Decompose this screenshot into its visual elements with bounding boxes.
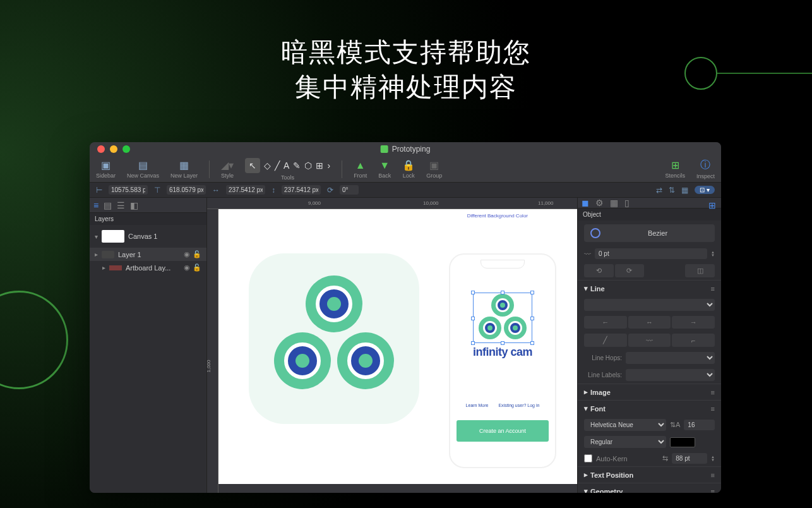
text-position-section[interactable]: ▸ Text Position ≡ bbox=[578, 466, 721, 483]
new-layer-button[interactable]: ▦ New Layer bbox=[170, 159, 198, 179]
guides-tab[interactable]: ☰ bbox=[117, 200, 125, 210]
marketing-headline: 暗黑模式支持帮助您 集中精神处理内容 bbox=[281, 35, 531, 104]
h-input[interactable] bbox=[282, 185, 321, 195]
lock-icon[interactable]: 🔓 bbox=[193, 250, 201, 258]
flip-v-icon[interactable]: ⇅ bbox=[669, 186, 675, 195]
login-link[interactable]: Existing user? Log in bbox=[498, 403, 539, 408]
line-labels-select[interactable] bbox=[626, 369, 715, 381]
maximize-button[interactable] bbox=[122, 145, 130, 153]
font-size-icon: ⇅A bbox=[670, 421, 680, 429]
rotation-input[interactable] bbox=[340, 185, 359, 195]
close-button[interactable] bbox=[97, 145, 105, 153]
phone-links: Learn More Existing user? Log in bbox=[457, 403, 549, 408]
more-tools[interactable]: › bbox=[327, 160, 330, 171]
chevron-right-icon: ▸ bbox=[584, 388, 588, 396]
new-canvas-button[interactable]: ▤ New Canvas bbox=[127, 159, 159, 179]
zoom-fit-button[interactable]: ⊡ ▾ bbox=[695, 186, 715, 194]
layer-label: Layer 1 bbox=[118, 251, 141, 258]
disclosure-icon[interactable]: ▸ bbox=[102, 264, 105, 271]
selection-tab[interactable]: ◧ bbox=[130, 200, 138, 210]
style-button[interactable]: ◢▾ Style bbox=[221, 159, 234, 179]
sidebar-toggle[interactable]: ▣ Sidebar bbox=[96, 159, 116, 179]
stencils-button[interactable]: ⊞ Stencils bbox=[665, 159, 685, 179]
inspector-tabs: ◼ ⚙ ▦ ▯ ⊞ bbox=[578, 198, 721, 209]
outline-tab[interactable]: ▤ bbox=[104, 200, 112, 210]
create-account-button[interactable]: Create an Account bbox=[457, 420, 549, 442]
layer-item[interactable]: ▸ Layer 1 ◉ 🔓 bbox=[90, 248, 206, 261]
phone-mockup[interactable]: infinity cam Learn More Existing user? L… bbox=[449, 253, 556, 468]
phone-logo[interactable] bbox=[474, 294, 531, 342]
w-input[interactable] bbox=[226, 185, 265, 195]
menu-icon[interactable]: ≡ bbox=[711, 389, 715, 396]
stepper[interactable]: ▲▼ bbox=[711, 456, 715, 462]
line-curve[interactable]: 〰 bbox=[628, 334, 671, 347]
font-family-select[interactable]: Helvetica Neue bbox=[584, 419, 666, 431]
point-tool[interactable]: ⬡ bbox=[304, 160, 312, 171]
font-weight-select[interactable]: Regular bbox=[584, 436, 666, 448]
layers-tab[interactable]: ≡ bbox=[93, 200, 99, 210]
font-color-swatch[interactable] bbox=[670, 437, 695, 447]
canvas-tab[interactable]: ▦ bbox=[610, 198, 618, 208]
line-style-select[interactable] bbox=[584, 299, 715, 311]
flip-v-button[interactable]: ⟳ bbox=[615, 264, 645, 277]
stepper[interactable]: ▲▼ bbox=[711, 251, 715, 257]
flip-h-icon[interactable]: ⇄ bbox=[656, 186, 662, 195]
artboard-item[interactable]: ▸ Artboard Lay... ◉ 🔓 bbox=[90, 261, 206, 274]
canvas-item[interactable]: ▾ Canvas 1 bbox=[90, 225, 206, 248]
x-input[interactable] bbox=[109, 185, 148, 195]
menu-icon[interactable]: ≡ bbox=[711, 405, 715, 413]
arrow-mid-button[interactable]: ↔ bbox=[628, 316, 671, 329]
minimize-button[interactable] bbox=[110, 145, 117, 153]
font-size-input[interactable] bbox=[684, 420, 715, 430]
w-icon: ↔ bbox=[212, 186, 220, 195]
menu-icon[interactable]: ≡ bbox=[711, 488, 715, 493]
disclosure-icon[interactable]: ▾ bbox=[95, 233, 98, 240]
line-ortho[interactable]: ⌐ bbox=[672, 334, 715, 347]
arrow-start-button[interactable]: ← bbox=[584, 316, 627, 329]
y-input[interactable] bbox=[167, 185, 206, 195]
selection-tool[interactable]: ↖ bbox=[245, 158, 260, 173]
back-button[interactable]: ▼ Back bbox=[378, 160, 391, 179]
group-button[interactable]: ▣ Group bbox=[426, 159, 442, 179]
disclosure-icon[interactable]: ▸ bbox=[95, 251, 98, 258]
crop-tool[interactable]: ⊞ bbox=[316, 160, 323, 171]
path-op-button[interactable]: ◫ bbox=[685, 264, 715, 277]
line-hops-select[interactable] bbox=[626, 352, 715, 364]
object-tab[interactable]: ◼ bbox=[582, 198, 589, 208]
autokern-checkbox[interactable] bbox=[584, 454, 592, 463]
titlebar: Prototyping bbox=[90, 142, 721, 156]
flip-h-button[interactable]: ⟲ bbox=[584, 264, 614, 277]
font-section[interactable]: ▾ Font ≡ bbox=[578, 400, 721, 416]
visibility-icon[interactable]: ◉ bbox=[184, 250, 190, 258]
line-tool[interactable]: ╱ bbox=[275, 160, 280, 171]
document-tab[interactable]: ▯ bbox=[624, 198, 630, 208]
image-section[interactable]: ▸ Image ≡ bbox=[578, 384, 721, 400]
app-icon-artboard[interactable] bbox=[249, 253, 419, 424]
grid-toggle[interactable]: ⊞ bbox=[708, 200, 716, 210]
geometry-section[interactable]: ▾ Geometry ≡ bbox=[578, 483, 721, 493]
visibility-icon[interactable]: ◉ bbox=[184, 263, 190, 272]
properties-tab[interactable]: ⚙ bbox=[595, 198, 604, 208]
canvas-area[interactable]: 9,000 10,000 11,000 1,000 Different Back… bbox=[207, 198, 577, 493]
inspect-button[interactable]: ⓘ Inspect bbox=[696, 159, 715, 179]
group-icon: ▣ bbox=[429, 159, 439, 171]
pen-tool[interactable]: ✎ bbox=[293, 160, 301, 171]
front-button[interactable]: ▲ Front bbox=[354, 160, 367, 179]
line-section[interactable]: ▾ Line ≡ bbox=[578, 280, 721, 296]
lock-button[interactable]: 🔒 Lock bbox=[402, 159, 415, 179]
decoration-line bbox=[717, 73, 812, 74]
kern-input[interactable] bbox=[672, 453, 707, 464]
front-icon: ▲ bbox=[355, 160, 366, 171]
menu-icon[interactable]: ≡ bbox=[711, 285, 715, 293]
text-tool[interactable]: A bbox=[284, 160, 289, 171]
stroke-width-input[interactable] bbox=[595, 248, 707, 259]
lock-icon[interactable]: 🔓 bbox=[193, 263, 201, 272]
arrow-end-button[interactable]: → bbox=[672, 316, 715, 329]
lock-aspect-icon[interactable]: ▦ bbox=[681, 186, 688, 195]
learn-more-link[interactable]: Learn More bbox=[466, 403, 489, 408]
menu-icon[interactable]: ≡ bbox=[711, 471, 715, 479]
canvas[interactable]: Different Background Color bbox=[218, 209, 577, 493]
shape-tool[interactable]: ◇ bbox=[264, 160, 271, 171]
line-straight[interactable]: ╱ bbox=[584, 334, 627, 347]
horizontal-scrollbar[interactable] bbox=[218, 484, 577, 493]
